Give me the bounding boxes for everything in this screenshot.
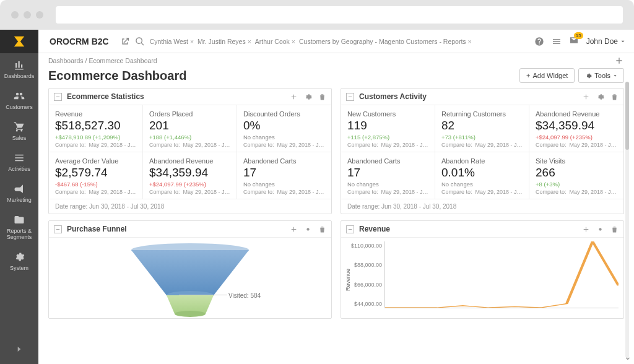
stat-delta: +188 (+1,446%) [149,134,230,141]
stat-delta: No changes [347,181,428,188]
stat-value: 17 [243,166,325,180]
sidebar-item-system[interactable]: System [0,245,38,276]
search-icon[interactable] [135,37,145,46]
widget-ecommerce-statistics: − Ecommerce Statistics Revenue$518,527.3… [48,88,332,214]
funnel-chart: Visited: 584 [49,238,331,318]
sidebar-item-label: Dashboards [4,73,35,79]
stat-cell: Returning Customers82+73 (+811%)Compare … [435,105,529,152]
widget-customers-activity: − Customers Activity New Customers119+11… [341,88,624,214]
sidebar-item-dashboards[interactable]: Dashboards [0,53,38,84]
dashboard-content: − Ecommerce Statistics Revenue$518,527.3… [38,88,634,364]
plus-icon[interactable] [290,225,298,233]
trash-icon[interactable] [610,93,619,101]
sidebar-item-label: Customers [6,104,33,110]
plus-icon[interactable] [582,93,590,101]
chevron-down-icon[interactable]: ⌄ [624,352,632,362]
stat-label: Average Order Value [55,157,136,165]
help-icon[interactable] [534,37,544,46]
stat-compare: Compare to: May 29, 2018 - Jun 29, 2018 [243,142,325,148]
collapse-toggle[interactable]: − [346,93,354,101]
sidebar-item-label: Reports & Segments [7,228,32,240]
cart-icon [14,121,25,132]
stat-delta: +$24,097.99 (+235%) [536,134,617,141]
gear-icon[interactable] [304,225,312,233]
svg-point-2 [175,311,206,317]
breadcrumb: Dashboards / Ecommerce Dashboard [38,53,634,66]
share-icon[interactable] [120,37,130,46]
y-axis-label: Revenue [344,269,351,291]
sidebar-item-reports[interactable]: Reports & Segments [0,208,38,245]
stat-label: Returning Customers [441,110,523,118]
close-icon[interactable]: × [190,38,194,45]
pinned-tab[interactable]: Mr. Justin Reyes× [198,38,251,45]
pinned-tab[interactable]: Customers by Geography - Magento Custome… [299,38,472,45]
sidebar-item-activities[interactable]: Activities [0,146,38,177]
stat-value: $34,359.94 [149,166,230,180]
gear-icon[interactable] [596,93,604,101]
page-title: Ecommerce Dashboard [48,69,186,83]
stat-label: Abandoned Revenue [536,110,617,118]
breadcrumb-item[interactable]: Dashboards [48,57,84,64]
stat-compare: Compare to: May 29, 2018 - Jun 29, 2018 [55,189,136,195]
trash-icon[interactable] [610,225,619,233]
pinned-tabs: Cynthia West× Mr. Justin Reyes× Arthur C… [150,38,472,45]
close-icon[interactable]: × [468,38,472,45]
stat-compare: Compare to: May 29, 2018 - Jun 29, 2018 [536,189,617,195]
stat-label: New Customers [347,110,428,118]
plus-icon[interactable] [582,225,590,233]
stat-cell: Abandon Rate0.01%No changesCompare to: M… [435,152,529,199]
gear-icon [14,251,25,262]
funnel-stage-label: Visited: 584 [228,292,261,299]
pinned-tab[interactable]: Arthur Cook× [255,38,295,45]
close-icon[interactable]: × [292,38,295,45]
scrollbar[interactable] [625,82,629,358]
browser-chrome [0,0,634,30]
user-menu[interactable]: John Doe [586,37,625,46]
list-icon [14,152,25,163]
sidebar-item-sales[interactable]: Sales [0,115,38,146]
stat-cell: New Customers119+115 (+2,875%)Compare to… [341,105,435,152]
plus-icon[interactable] [290,93,298,101]
stat-cell: Abandoned Carts17No changesCompare to: M… [341,152,435,199]
stat-value: 0% [243,119,325,132]
sidebar-item-label: Activities [8,166,30,172]
stat-cell: Abandoned Revenue$34,359.94+$24,097.99 (… [529,105,623,152]
stat-value: $2,579.74 [55,166,136,180]
stat-value: 201 [149,119,230,132]
pinned-tab[interactable]: Cynthia West× [150,38,194,45]
stat-delta: +115 (+2,875%) [347,134,428,141]
tools-button[interactable]: Tools [578,68,624,83]
caret-down-icon [620,39,625,44]
close-icon[interactable]: × [248,38,251,45]
url-bar[interactable] [56,6,623,24]
trash-icon[interactable] [318,225,326,233]
add-panel-icon[interactable] [614,56,624,66]
notifications-button[interactable]: 15 [569,35,579,47]
app-brand[interactable]: OROCRM B2C [43,37,115,46]
stat-delta: +$478,910.89 (+1,209%) [55,134,136,141]
gear-icon[interactable] [304,93,312,101]
trash-icon[interactable] [318,93,326,101]
stat-cell: Discounted Orders0%No changesCompare to:… [237,105,331,152]
gear-icon[interactable] [596,225,604,233]
widget-title: Purchase Funnel [67,225,127,233]
add-widget-button[interactable]: + Add Widget [519,68,575,83]
sidebar-expand-toggle[interactable] [0,336,38,364]
folder-icon [14,214,25,225]
sidebar-item-label: Marketing [7,197,32,203]
stat-delta: No changes [441,181,523,188]
sidebar-item-customers[interactable]: Customers [0,84,38,115]
menu-icon[interactable] [552,37,562,46]
stat-label: Orders Placed [149,110,230,118]
brand-logo[interactable] [0,30,38,53]
breadcrumb-item[interactable]: Ecommerce Dashboard [89,57,157,64]
date-range-text: Date range: Jun 30, 2018 - Jul 30, 2018 [49,199,331,214]
stat-delta: No changes [243,181,325,188]
sidebar-item-marketing[interactable]: Marketing [0,177,38,208]
revenue-chart: Revenue $110,000.00 $88,000.00 $66,000.0… [341,238,623,318]
collapse-toggle[interactable]: − [54,93,62,101]
stat-label: Site Visits [536,157,617,165]
collapse-toggle[interactable]: − [54,225,62,233]
collapse-toggle[interactable]: − [346,225,354,233]
stat-compare: Compare to: May 29, 2018 - Jun 29, 2018 [243,189,325,195]
